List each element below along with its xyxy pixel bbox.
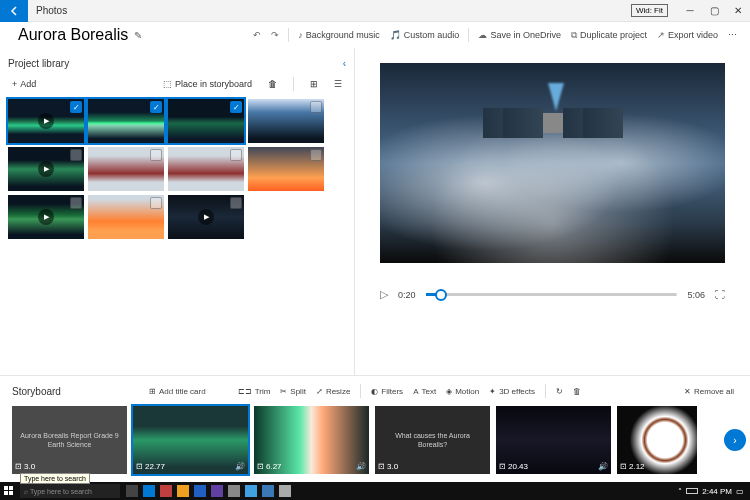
taskbar-app-icon[interactable] xyxy=(245,485,257,497)
volume-icon[interactable]: 🔊 xyxy=(235,462,245,471)
add-media-button[interactable]: +Add xyxy=(8,77,40,91)
resize-button[interactable]: ⤢Resize xyxy=(312,385,354,398)
rotate-button[interactable]: ↻ xyxy=(552,385,567,398)
taskbar-search[interactable]: Type here to search ⌕ Type here to searc… xyxy=(20,484,120,498)
play-button[interactable]: ▷ xyxy=(380,288,388,301)
checkbox-icon[interactable]: ✓ xyxy=(230,197,242,209)
list-view-button[interactable]: ☰ xyxy=(330,77,346,91)
delete-button[interactable]: 🗑 xyxy=(264,77,281,91)
library-item[interactable]: ✓ xyxy=(168,147,244,191)
library-item[interactable]: ✓ xyxy=(248,147,324,191)
notifications-icon[interactable]: ▭ xyxy=(736,487,744,496)
library-item[interactable]: ▶✓ xyxy=(8,195,84,239)
battery-icon[interactable] xyxy=(686,488,698,494)
motion-button[interactable]: ◈Motion xyxy=(442,385,483,398)
back-button[interactable] xyxy=(0,0,28,22)
project-library-panel: Project library ‹ +Add ⬚Place in storybo… xyxy=(0,48,355,375)
taskbar-app-icon[interactable] xyxy=(160,485,172,497)
checkbox-icon[interactable]: ✓ xyxy=(150,149,162,161)
current-time: 0:20 xyxy=(398,290,416,300)
checkbox-icon[interactable]: ✓ xyxy=(70,197,82,209)
library-item[interactable]: ✓ xyxy=(88,99,164,143)
tray-chevron-icon[interactable]: ˄ xyxy=(678,487,682,496)
copy-icon: ⧉ xyxy=(571,30,577,41)
close-button[interactable]: ✕ xyxy=(729,2,747,20)
redo-button[interactable]: ↷ xyxy=(266,25,284,45)
storyboard-clip[interactable]: ⊡ 6.27🔊 xyxy=(254,406,369,474)
undo-button[interactable]: ↶ xyxy=(248,25,266,45)
filters-button[interactable]: ◐Filters xyxy=(367,385,407,398)
library-item[interactable]: ✓ xyxy=(168,99,244,143)
storyboard-clip[interactable]: Aurora Borealis Report Grade 9 Earth Sci… xyxy=(12,406,127,474)
duplicate-project-button[interactable]: ⧉Duplicate project xyxy=(566,25,652,45)
taskbar-app-icon[interactable] xyxy=(143,485,155,497)
library-item[interactable]: ✓ xyxy=(88,147,164,191)
task-view-icon[interactable] xyxy=(126,485,138,497)
trim-button[interactable]: ⊏⊐Trim xyxy=(234,385,275,398)
library-item[interactable]: ✓ xyxy=(88,195,164,239)
library-item[interactable]: ✓ xyxy=(248,99,324,143)
place-storyboard-button[interactable]: ⬚Place in storyboard xyxy=(159,77,256,91)
search-tooltip: Type here to search xyxy=(20,473,90,484)
3d-effects-button[interactable]: ✦3D effects xyxy=(485,385,539,398)
library-item[interactable]: ▶✓ xyxy=(8,99,84,143)
player-controls: ▷ 0:20 5:06 ⛶ xyxy=(380,288,725,301)
scrubber[interactable] xyxy=(426,293,678,296)
storyboard-clip[interactable]: ⊡ 22.77🔊 xyxy=(133,406,248,474)
window-fit-label[interactable]: Wid: Fit xyxy=(631,4,668,17)
taskbar-app-icon[interactable] xyxy=(262,485,274,497)
filters-icon: ◐ xyxy=(371,387,378,396)
edit-title-icon[interactable]: ✎ xyxy=(134,30,142,41)
collapse-library-icon[interactable]: ‹ xyxy=(343,58,346,69)
taskbar: Type here to search ⌕ Type here to searc… xyxy=(0,482,750,500)
checkbox-icon[interactable]: ✓ xyxy=(150,197,162,209)
volume-icon[interactable]: 🔊 xyxy=(598,462,608,471)
checkbox-icon[interactable]: ✓ xyxy=(230,149,242,161)
library-item[interactable]: ▶✓ xyxy=(168,195,244,239)
grid-icon: ⊞ xyxy=(310,79,318,89)
text-button[interactable]: AText xyxy=(409,385,440,398)
storyboard-clip[interactable]: ⊡ 2.12 xyxy=(617,406,697,474)
background-music-button[interactable]: ♪Background music xyxy=(293,25,385,45)
custom-audio-button[interactable]: 🎵Custom audio xyxy=(385,25,465,45)
add-title-card-button[interactable]: ⊞Add title card xyxy=(145,385,210,398)
checkbox-icon[interactable]: ✓ xyxy=(70,149,82,161)
clip-duration: ⊡ 2.12 xyxy=(620,462,645,471)
checkmark-icon: ✓ xyxy=(230,101,242,113)
split-button[interactable]: ✂Split xyxy=(276,385,310,398)
taskbar-app-icon[interactable] xyxy=(279,485,291,497)
more-button[interactable]: ⋯ xyxy=(723,25,742,45)
export-video-button[interactable]: ↗Export video xyxy=(652,25,723,45)
start-button[interactable] xyxy=(0,482,18,500)
titlebar: Photos Wid: Fit ─ ▢ ✕ xyxy=(0,0,750,22)
storyboard-clip[interactable]: What causes the Aurora Borealis? ⊡ 3.0 xyxy=(375,406,490,474)
delete-clip-button[interactable]: 🗑 xyxy=(569,385,585,398)
total-duration: 5:06 xyxy=(687,290,705,300)
library-item[interactable]: ▶✓ xyxy=(8,147,84,191)
storyboard-clip[interactable]: ⊡ 20.43🔊 xyxy=(496,406,611,474)
play-overlay-icon: ▶ xyxy=(38,113,54,129)
minimize-button[interactable]: ─ xyxy=(681,2,699,20)
place-icon: ⬚ xyxy=(163,79,172,89)
taskbar-app-icon[interactable] xyxy=(177,485,189,497)
video-preview[interactable] xyxy=(380,63,725,263)
checkbox-icon[interactable]: ✓ xyxy=(310,149,322,161)
fullscreen-icon[interactable]: ⛶ xyxy=(715,289,725,300)
remove-all-button[interactable]: ✕Remove all xyxy=(680,385,738,398)
checkmark-icon: ✓ xyxy=(70,101,82,113)
scrubber-thumb[interactable] xyxy=(435,289,447,301)
taskbar-app-icon[interactable] xyxy=(194,485,206,497)
volume-icon[interactable]: 🔊 xyxy=(356,462,366,471)
next-clips-button[interactable]: › xyxy=(724,429,746,451)
project-library-header: Project library xyxy=(8,58,69,69)
maximize-button[interactable]: ▢ xyxy=(705,2,723,20)
plus-icon: + xyxy=(12,79,17,89)
save-onedrive-button[interactable]: ☁Save in OneDrive xyxy=(473,25,566,45)
taskbar-app-icon[interactable] xyxy=(228,485,240,497)
motion-icon: ◈ xyxy=(446,387,452,396)
clock[interactable]: 2:44 PM xyxy=(702,487,732,496)
grid-view-button[interactable]: ⊞ xyxy=(306,77,322,91)
play-overlay-icon: ▶ xyxy=(38,161,54,177)
taskbar-app-icon[interactable] xyxy=(211,485,223,497)
checkbox-icon[interactable]: ✓ xyxy=(310,101,322,113)
